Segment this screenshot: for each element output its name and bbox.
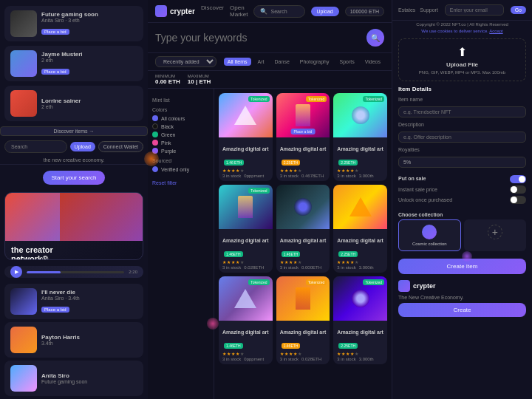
abstract-shape bbox=[352, 106, 369, 124]
name-label: Item name bbox=[398, 97, 526, 102]
nft-card[interactable]: Tokenized Amazing digital art 1.46 ETH ★… bbox=[219, 93, 273, 181]
nft-card[interactable]: Amazing digital art 2.25ETH ★★★★★ 3 in s… bbox=[333, 185, 387, 273]
mint-list-label: Mint list bbox=[152, 98, 209, 103]
right-nav-links: Estates Support bbox=[398, 7, 438, 13]
nft-stars: ★★★★★ bbox=[222, 168, 269, 173]
tab-all-items[interactable]: All Items bbox=[224, 58, 251, 66]
unlock-toggle-button[interactable] bbox=[510, 196, 526, 204]
nft-title: Amazing digital art bbox=[222, 238, 269, 243]
nft-card[interactable]: Tokenized Amazing digital art 2.25ETH ★★… bbox=[333, 276, 387, 364]
upload-button[interactable]: Upload bbox=[70, 142, 95, 151]
card-subtitle: 3.4th bbox=[41, 341, 137, 346]
search-placeholder: Search bbox=[11, 144, 27, 149]
search-icon: 🔍 bbox=[260, 8, 267, 15]
card-info: Anita Siro Future gaming soon bbox=[41, 372, 137, 384]
nft-meta: 3 in stock0.000ETH bbox=[280, 265, 327, 270]
nft-info: Amazing digital art 2.25ETH ★★★★★ 3 in s… bbox=[333, 137, 387, 181]
nft-price: 2.25ETH bbox=[282, 160, 301, 166]
upload-area[interactable]: ⬆ Upload File PNG, GIF, WEBP, MP4 or MP3… bbox=[398, 38, 526, 81]
start-search-button[interactable]: Start your search bbox=[43, 171, 106, 185]
nft-thumbnail: Tokenized bbox=[219, 93, 273, 137]
keyword-input[interactable] bbox=[155, 32, 366, 44]
color-dot-purple2 bbox=[152, 148, 158, 154]
instant-sale-toggle-button[interactable] bbox=[510, 185, 526, 194]
nft-card[interactable]: Tokenized Place a bid Amazing digital ar… bbox=[276, 93, 330, 181]
card-badge[interactable]: Place a bid bbox=[41, 69, 69, 75]
tab-art[interactable]: Art bbox=[254, 58, 268, 66]
card-thumbnail bbox=[10, 50, 37, 77]
reset-filter-button[interactable]: Reset filter bbox=[152, 180, 177, 185]
filter-option-pink[interactable]: Pink bbox=[152, 140, 209, 146]
nav-link-estates[interactable]: Estates bbox=[398, 7, 415, 13]
tab-sports[interactable]: Sports bbox=[335, 58, 358, 66]
tab-videos[interactable]: Videos bbox=[361, 58, 384, 66]
put-on-sale-toggle-button[interactable] bbox=[510, 175, 526, 183]
connect-wallet-button[interactable]: Connect Wallet bbox=[98, 141, 143, 152]
min-price-val: 0.00 ETH bbox=[155, 78, 180, 85]
economy-tagline: the new creative economy. bbox=[0, 156, 148, 165]
put-on-sale-toggle: Put on sale bbox=[398, 175, 526, 183]
nft-card[interactable]: Amazing digital art 1.46ETH ★★★★★ 3 in s… bbox=[276, 185, 330, 273]
nft-title: Amazing digital art bbox=[337, 146, 383, 151]
abstract-shape bbox=[294, 198, 312, 216]
royalties-input[interactable] bbox=[398, 157, 526, 168]
name-input[interactable] bbox=[398, 106, 526, 117]
description-label: Description bbox=[398, 122, 526, 127]
create-bottom-button[interactable]: Create bbox=[398, 303, 526, 317]
card-badge[interactable]: Place a bid bbox=[41, 29, 69, 35]
nft-price: 1.46ETH bbox=[224, 343, 243, 349]
nav-link-openmarket[interactable]: Open Market bbox=[230, 4, 248, 18]
keyword-search-button[interactable]: 🔍 bbox=[366, 29, 384, 47]
card-subtitle: 2 eth bbox=[41, 104, 137, 109]
filter-option-black[interactable]: Black bbox=[152, 123, 209, 129]
card-title: Anita Siro bbox=[41, 372, 137, 379]
nft-badge: Tokenized bbox=[363, 279, 384, 285]
gate-shape bbox=[296, 287, 310, 310]
nft-card[interactable]: Tokenized Amazing digital art 1.46ETH ★★… bbox=[219, 276, 273, 364]
tab-photography[interactable]: Photography bbox=[296, 58, 333, 66]
nav-link-support[interactable]: Support bbox=[420, 7, 438, 13]
search-bar[interactable]: 🔍 Search bbox=[253, 5, 304, 18]
search-input[interactable]: Search bbox=[4, 140, 67, 153]
gate-shape bbox=[296, 104, 310, 126]
nft-meta: 3 in stock0.4678ETH bbox=[280, 174, 327, 178]
nft-info: Amazing digital art 2.25ETH ★★★★★ 3 in s… bbox=[276, 137, 330, 181]
subscribe-button[interactable]: Go bbox=[511, 6, 526, 14]
nav-link-discover[interactable]: Discover bbox=[201, 4, 224, 18]
upload-button[interactable]: Upload bbox=[311, 7, 339, 16]
collection-item-new[interactable]: + bbox=[464, 219, 527, 251]
progress-bar[interactable] bbox=[27, 271, 124, 273]
color-dot-purple bbox=[152, 115, 158, 121]
bid-badge[interactable]: Place a bid bbox=[291, 129, 316, 134]
creator-info: the creator network® treco-crew 3.5 the … bbox=[5, 241, 143, 260]
center-top-nav: crypter Discover Open Market 🔍 Search Up… bbox=[148, 0, 392, 23]
nft-title: Amazing digital art bbox=[222, 330, 269, 335]
nft-card[interactable]: Tokenized Amazing digital art 1.46ETH ★★… bbox=[276, 276, 330, 364]
card-title: I'll never die bbox=[41, 289, 137, 296]
description-field: Description bbox=[398, 122, 526, 143]
recently-added-select[interactable]: Recently added bbox=[155, 56, 216, 67]
create-item-button[interactable]: Create Item bbox=[398, 259, 526, 274]
email-input[interactable] bbox=[445, 4, 504, 16]
min-price: MINIMUM 0.00 ETH bbox=[155, 74, 180, 85]
nft-meta: 3 in stock0.028ETH bbox=[280, 357, 327, 361]
card-badge[interactable]: Place a bid bbox=[41, 307, 69, 313]
play-button[interactable]: ▶ bbox=[10, 266, 22, 278]
card-info: Lorrine sainer 2 eth bbox=[41, 98, 137, 109]
list-item: Anita Siro Future gaming soon bbox=[4, 361, 143, 396]
collection-item-cosmic[interactable]: Cosmic collection bbox=[398, 219, 461, 251]
filter-option-green[interactable]: Green bbox=[152, 132, 209, 137]
discover-button[interactable]: Discover items → bbox=[0, 126, 148, 136]
tab-danse[interactable]: Danse bbox=[271, 58, 293, 66]
filter-option-all-colours[interactable]: All colours bbox=[152, 115, 209, 121]
keyword-bar: 🔍 bbox=[148, 23, 392, 53]
filter-option-purple[interactable]: Purple bbox=[152, 148, 209, 154]
creator-card: the creator network® treco-crew 3.5 the … bbox=[4, 192, 143, 260]
list-item: Future gaming soon Anita Siro · 3 eth Pl… bbox=[4, 6, 143, 41]
card-info: Future gaming soon Anita Siro · 3 eth Pl… bbox=[41, 11, 137, 36]
description-input[interactable] bbox=[398, 132, 526, 143]
left-panel: Future gaming soon Anita Siro · 3 eth Pl… bbox=[0, 0, 148, 399]
nft-card[interactable]: Tokenized Amazing digital art 1.46ETH ★★… bbox=[219, 185, 273, 273]
nft-card[interactable]: Tokenized Amazing digital art 2.25ETH ★★… bbox=[333, 93, 387, 181]
filter-option-verified[interactable]: Verified only bbox=[152, 166, 209, 172]
